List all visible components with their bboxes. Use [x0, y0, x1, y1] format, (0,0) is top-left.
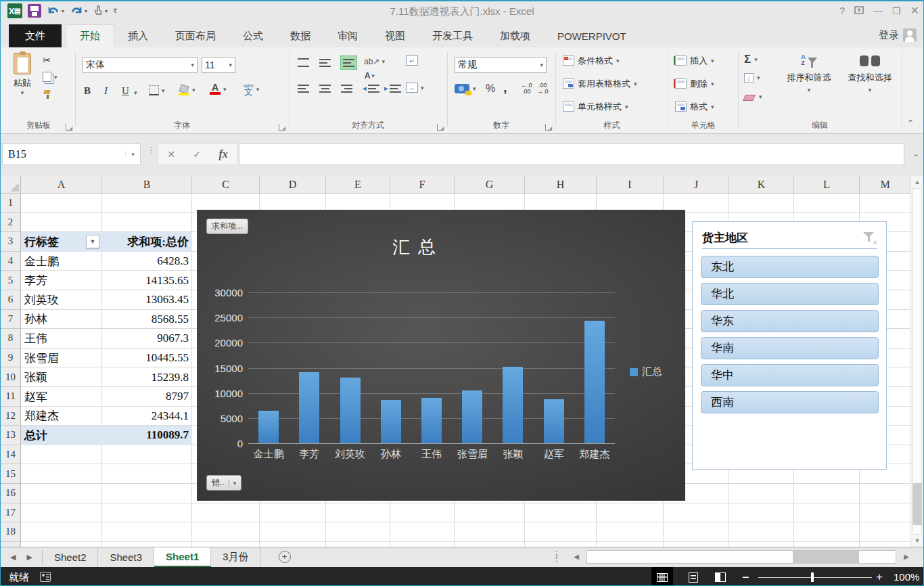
pivot-total-value[interactable]: 110089.7: [102, 426, 192, 445]
tabbar-resize-handle[interactable]: ⋮⋮: [553, 552, 561, 560]
percent-button[interactable]: %: [486, 83, 495, 95]
align-center-button[interactable]: [319, 84, 331, 93]
chart-bar-郑建杰[interactable]: [584, 321, 605, 443]
format-painter-button[interactable]: [43, 89, 52, 99]
minimize-icon[interactable]: —: [873, 5, 883, 16]
ribbon-tab-审阅[interactable]: 审阅: [324, 24, 371, 47]
pivot-row-张雪眉-value[interactable]: 10445.55: [102, 348, 192, 368]
slicer[interactable]: 货主地区 ✕ 东北华北华东华南华中西南: [692, 221, 887, 470]
macro-record-icon[interactable]: [40, 572, 51, 582]
font-name-select[interactable]: 宋体▾: [83, 57, 198, 73]
help-icon[interactable]: ?: [839, 5, 845, 16]
select-all-corner[interactable]: [1, 176, 21, 194]
page-break-view-button[interactable]: [710, 567, 731, 586]
sheet-tab-Sheet3[interactable]: Sheet3: [98, 547, 154, 567]
pivot-row-刘英玫-value[interactable]: 13063.45: [102, 290, 192, 310]
align-top-button[interactable]: [298, 58, 309, 67]
ribbon-tab-文件[interactable]: 文件: [9, 24, 62, 47]
align-right-button[interactable]: [341, 84, 352, 93]
row-header-17[interactable]: 17: [1, 503, 21, 523]
pivot-total-label[interactable]: 总计: [21, 426, 102, 445]
fill-color-button[interactable]: ▾: [179, 85, 195, 95]
ribbon-tab-开发工具[interactable]: 开发工具: [419, 24, 486, 47]
sheet-nav-right-icon[interactable]: ▶: [26, 553, 32, 562]
chart-bar-张颖[interactable]: [503, 367, 523, 443]
chart-bar-赵军[interactable]: [544, 399, 564, 443]
chart-bar-王伟[interactable]: [421, 398, 442, 443]
number-dialog-launcher[interactable]: [545, 124, 552, 131]
autosum-button[interactable]: Σ▾: [744, 53, 758, 66]
pivot-row-李芳-value[interactable]: 14135.65: [102, 271, 192, 290]
sheet-tab-Sheet1[interactable]: Sheet1: [154, 547, 211, 567]
increase-decimal-button[interactable]: ←.0 .00: [521, 83, 532, 95]
row-header-14[interactable]: 14: [1, 445, 21, 465]
bold-button[interactable]: B: [84, 85, 91, 97]
format-cells-button[interactable]: 格式▾: [672, 99, 717, 114]
ribbon-tab-加载项[interactable]: 加载项: [486, 24, 544, 47]
vertical-scroll-thumb[interactable]: [913, 483, 922, 525]
phonetic-button[interactable]: wén文 ▾: [244, 83, 259, 95]
slicer-item-华南[interactable]: 华南: [701, 337, 879, 359]
fill-button[interactable]: ↓▾: [744, 73, 760, 83]
number-format-select[interactable]: 常规▾: [455, 57, 547, 73]
row-header-15[interactable]: 15: [1, 464, 21, 484]
sign-in[interactable]: 登录: [879, 28, 917, 42]
sheet-tab-3月份[interactable]: 3月份: [211, 547, 260, 567]
borders-button[interactable]: ▾: [149, 85, 165, 95]
fullscreen-icon[interactable]: [854, 5, 864, 16]
align-left-button[interactable]: [298, 84, 309, 93]
confirm-entry-icon[interactable]: ✓: [193, 149, 201, 160]
column-header-B[interactable]: B: [102, 176, 192, 194]
column-header-C[interactable]: C: [192, 176, 260, 194]
chart-legend[interactable]: 汇总: [630, 365, 662, 378]
sheet-tab-Sheet2[interactable]: Sheet2: [43, 547, 99, 567]
accounting-format-button[interactable]: ▾: [455, 84, 476, 93]
page-layout-view-button[interactable]: [683, 567, 704, 586]
delete-cells-button[interactable]: 删除▾: [672, 76, 717, 91]
formula-bar-resize-handle[interactable]: ⋮: [147, 148, 156, 152]
pivot-row-郑建杰-label[interactable]: 郑建杰: [21, 407, 102, 426]
column-header-I[interactable]: I: [597, 176, 664, 194]
hscroll-left-icon[interactable]: ◀: [570, 550, 582, 564]
decrease-indent-button[interactable]: ◂: [363, 84, 379, 93]
column-header-G[interactable]: G: [455, 176, 525, 194]
row-header-13[interactable]: 13: [1, 426, 21, 445]
pivot-row-张雪眉-label[interactable]: 张雪眉: [21, 348, 102, 368]
row-header-16[interactable]: 16: [1, 484, 21, 503]
copy-button[interactable]: ▾: [43, 72, 57, 82]
normal-view-button[interactable]: [651, 567, 673, 586]
pivot-row-孙林-value[interactable]: 8568.55: [102, 310, 192, 330]
close-icon[interactable]: ✕: [910, 4, 919, 17]
insert-function-icon[interactable]: fx: [218, 148, 227, 160]
clipboard-dialog-launcher[interactable]: [66, 124, 72, 131]
row-header-7[interactable]: 7: [1, 310, 21, 330]
column-header-K[interactable]: K: [729, 176, 794, 194]
row-header-2[interactable]: 2: [1, 213, 21, 233]
pivot-row-金士鹏-label[interactable]: 金士鹏: [21, 252, 102, 271]
hscroll-right-icon[interactable]: ▶: [900, 550, 913, 564]
pivot-row-王伟-label[interactable]: 王伟: [21, 329, 102, 348]
conditional-format-button[interactable]: 条件格式▾: [560, 53, 622, 68]
column-header-E[interactable]: E: [326, 176, 390, 194]
horizontal-scrollbar[interactable]: [586, 550, 896, 564]
row-header-3[interactable]: 3: [1, 232, 21, 252]
restore-icon[interactable]: ❐: [892, 5, 901, 16]
font-dialog-launcher[interactable]: [279, 124, 285, 131]
slicer-item-华北[interactable]: 华北: [701, 283, 879, 305]
ribbon-tab-公式[interactable]: 公式: [229, 24, 277, 47]
merge-center-button[interactable]: ↔▾: [406, 83, 424, 93]
zoom-slider-thumb[interactable]: [811, 572, 814, 582]
row-header-6[interactable]: 6: [1, 290, 21, 310]
orientation-button[interactable]: ab↗▾: [364, 57, 385, 66]
scroll-down-icon[interactable]: ▼: [911, 535, 923, 547]
scroll-up-icon[interactable]: ▲: [911, 176, 923, 188]
ribbon-tab-开始[interactable]: 开始: [66, 24, 114, 47]
row-header-19[interactable]: 19: [1, 542, 21, 547]
pivot-header-label[interactable]: 行标签▼: [21, 232, 102, 252]
pivot-chart[interactable]: 求和项... 汇总 汇总 销..▾ 0500010000150002000025…: [197, 210, 685, 501]
pivot-row-刘英玫-label[interactable]: 刘英玫: [21, 290, 102, 310]
sheet-nav-left-icon[interactable]: ◀: [10, 553, 16, 562]
chart-value-field-button[interactable]: 求和项...: [206, 219, 248, 234]
chart-bar-李芳[interactable]: [299, 372, 319, 443]
chart-bar-孙林[interactable]: [381, 400, 401, 443]
